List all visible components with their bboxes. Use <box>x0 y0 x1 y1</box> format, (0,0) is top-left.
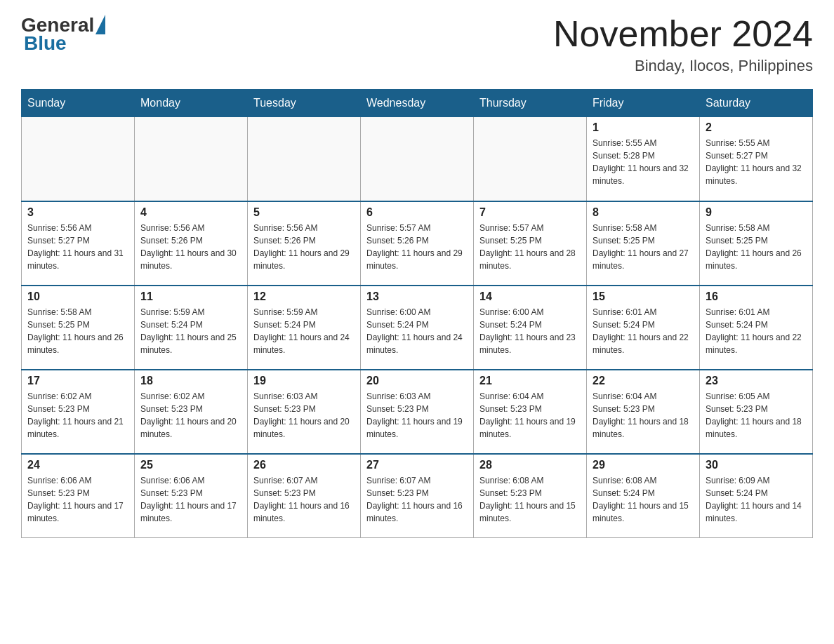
table-row: 28Sunrise: 6:08 AMSunset: 5:23 PMDayligh… <box>474 454 587 538</box>
day-info: Sunrise: 5:59 AMSunset: 5:24 PMDaylight:… <box>140 306 241 356</box>
day-info: Sunrise: 5:58 AMSunset: 5:25 PMDaylight:… <box>27 306 128 356</box>
day-number: 21 <box>479 375 581 387</box>
day-number: 10 <box>27 290 128 303</box>
table-row: 26Sunrise: 6:07 AMSunset: 5:23 PMDayligh… <box>248 454 361 538</box>
day-info: Sunrise: 5:58 AMSunset: 5:25 PMDaylight:… <box>593 222 694 272</box>
col-saturday: Saturday <box>700 90 813 117</box>
table-row <box>248 117 361 201</box>
day-info: Sunrise: 6:08 AMSunset: 5:23 PMDaylight:… <box>479 474 581 525</box>
calendar-header-row: Sunday Monday Tuesday Wednesday Thursday… <box>22 90 813 117</box>
calendar-week-row: 3Sunrise: 5:56 AMSunset: 5:27 PMDaylight… <box>22 201 813 286</box>
table-row: 7Sunrise: 5:57 AMSunset: 5:25 PMDaylight… <box>474 201 587 286</box>
day-number: 26 <box>253 459 355 471</box>
day-info: Sunrise: 6:01 AMSunset: 5:24 PMDaylight:… <box>593 306 694 356</box>
day-info: Sunrise: 5:58 AMSunset: 5:25 PMDaylight:… <box>706 222 807 272</box>
day-info: Sunrise: 6:00 AMSunset: 5:24 PMDaylight:… <box>479 306 581 356</box>
day-number: 18 <box>140 375 241 387</box>
table-row: 27Sunrise: 6:07 AMSunset: 5:23 PMDayligh… <box>361 454 474 538</box>
table-row: 1Sunrise: 5:55 AMSunset: 5:28 PMDaylight… <box>587 117 700 201</box>
day-number: 16 <box>706 290 807 303</box>
calendar-title: November 2024 <box>553 14 813 54</box>
table-row: 11Sunrise: 5:59 AMSunset: 5:24 PMDayligh… <box>135 286 248 370</box>
day-info: Sunrise: 5:56 AMSunset: 5:26 PMDaylight:… <box>253 222 355 272</box>
day-info: Sunrise: 6:04 AMSunset: 5:23 PMDaylight:… <box>593 390 694 441</box>
day-number: 27 <box>366 459 468 471</box>
day-number: 30 <box>706 459 807 471</box>
day-info: Sunrise: 6:08 AMSunset: 5:24 PMDaylight:… <box>593 474 694 525</box>
calendar-week-row: 10Sunrise: 5:58 AMSunset: 5:25 PMDayligh… <box>22 286 813 370</box>
table-row: 17Sunrise: 6:02 AMSunset: 5:23 PMDayligh… <box>22 370 135 454</box>
table-row: 16Sunrise: 6:01 AMSunset: 5:24 PMDayligh… <box>700 286 813 370</box>
logo: General Blue <box>21 14 105 55</box>
day-number: 12 <box>253 290 355 303</box>
table-row: 15Sunrise: 6:01 AMSunset: 5:24 PMDayligh… <box>587 286 700 370</box>
day-number: 9 <box>706 206 807 219</box>
table-row: 30Sunrise: 6:09 AMSunset: 5:24 PMDayligh… <box>700 454 813 538</box>
day-number: 7 <box>479 206 581 219</box>
table-row: 22Sunrise: 6:04 AMSunset: 5:23 PMDayligh… <box>587 370 700 454</box>
calendar-table: Sunday Monday Tuesday Wednesday Thursday… <box>21 89 813 538</box>
table-row: 13Sunrise: 6:00 AMSunset: 5:24 PMDayligh… <box>361 286 474 370</box>
table-row: 14Sunrise: 6:00 AMSunset: 5:24 PMDayligh… <box>474 286 587 370</box>
col-monday: Monday <box>135 90 248 117</box>
day-number: 17 <box>27 375 128 387</box>
col-friday: Friday <box>587 90 700 117</box>
table-row: 25Sunrise: 6:06 AMSunset: 5:23 PMDayligh… <box>135 454 248 538</box>
day-info: Sunrise: 6:06 AMSunset: 5:23 PMDaylight:… <box>140 474 241 525</box>
title-section: November 2024 Binday, Ilocos, Philippine… <box>553 14 813 75</box>
day-info: Sunrise: 6:09 AMSunset: 5:24 PMDaylight:… <box>706 474 807 525</box>
day-info: Sunrise: 5:56 AMSunset: 5:26 PMDaylight:… <box>140 222 241 272</box>
day-info: Sunrise: 5:55 AMSunset: 5:27 PMDaylight:… <box>706 137 807 187</box>
day-info: Sunrise: 5:57 AMSunset: 5:26 PMDaylight:… <box>366 222 468 272</box>
day-info: Sunrise: 6:02 AMSunset: 5:23 PMDaylight:… <box>140 390 241 441</box>
day-info: Sunrise: 5:56 AMSunset: 5:27 PMDaylight:… <box>27 222 128 272</box>
table-row: 3Sunrise: 5:56 AMSunset: 5:27 PMDaylight… <box>22 201 135 286</box>
day-number: 14 <box>479 290 581 303</box>
day-info: Sunrise: 6:02 AMSunset: 5:23 PMDaylight:… <box>27 390 128 441</box>
table-row: 29Sunrise: 6:08 AMSunset: 5:24 PMDayligh… <box>587 454 700 538</box>
col-wednesday: Wednesday <box>361 90 474 117</box>
table-row: 20Sunrise: 6:03 AMSunset: 5:23 PMDayligh… <box>361 370 474 454</box>
table-row <box>361 117 474 201</box>
day-number: 19 <box>253 375 355 387</box>
calendar-subtitle: Binday, Ilocos, Philippines <box>553 57 813 75</box>
calendar-week-row: 1Sunrise: 5:55 AMSunset: 5:28 PMDaylight… <box>22 117 813 201</box>
table-row <box>22 117 135 201</box>
table-row: 5Sunrise: 5:56 AMSunset: 5:26 PMDaylight… <box>248 201 361 286</box>
day-number: 25 <box>140 459 241 471</box>
day-info: Sunrise: 6:03 AMSunset: 5:23 PMDaylight:… <box>366 390 468 441</box>
day-info: Sunrise: 6:04 AMSunset: 5:23 PMDaylight:… <box>479 390 581 441</box>
day-number: 5 <box>253 206 355 219</box>
day-number: 20 <box>366 375 468 387</box>
day-info: Sunrise: 6:05 AMSunset: 5:23 PMDaylight:… <box>706 390 807 441</box>
table-row: 19Sunrise: 6:03 AMSunset: 5:23 PMDayligh… <box>248 370 361 454</box>
day-number: 23 <box>706 375 807 387</box>
day-info: Sunrise: 6:00 AMSunset: 5:24 PMDaylight:… <box>366 306 468 356</box>
table-row: 18Sunrise: 6:02 AMSunset: 5:23 PMDayligh… <box>135 370 248 454</box>
day-number: 1 <box>593 121 694 134</box>
day-number: 11 <box>140 290 241 303</box>
day-info: Sunrise: 6:07 AMSunset: 5:23 PMDaylight:… <box>366 474 468 525</box>
day-number: 15 <box>593 290 694 303</box>
day-info: Sunrise: 6:06 AMSunset: 5:23 PMDaylight:… <box>27 474 128 525</box>
day-number: 2 <box>706 121 807 134</box>
day-number: 8 <box>593 206 694 219</box>
day-number: 4 <box>140 206 241 219</box>
day-info: Sunrise: 6:03 AMSunset: 5:23 PMDaylight:… <box>253 390 355 441</box>
col-tuesday: Tuesday <box>248 90 361 117</box>
logo-triangle-icon <box>95 15 105 34</box>
day-number: 22 <box>593 375 694 387</box>
table-row <box>135 117 248 201</box>
day-info: Sunrise: 5:57 AMSunset: 5:25 PMDaylight:… <box>479 222 581 272</box>
col-thursday: Thursday <box>474 90 587 117</box>
day-info: Sunrise: 6:07 AMSunset: 5:23 PMDaylight:… <box>253 474 355 525</box>
table-row: 4Sunrise: 5:56 AMSunset: 5:26 PMDaylight… <box>135 201 248 286</box>
day-info: Sunrise: 6:01 AMSunset: 5:24 PMDaylight:… <box>706 306 807 356</box>
table-row: 2Sunrise: 5:55 AMSunset: 5:27 PMDaylight… <box>700 117 813 201</box>
day-number: 13 <box>366 290 468 303</box>
calendar-week-row: 17Sunrise: 6:02 AMSunset: 5:23 PMDayligh… <box>22 370 813 454</box>
table-row: 23Sunrise: 6:05 AMSunset: 5:23 PMDayligh… <box>700 370 813 454</box>
day-info: Sunrise: 5:59 AMSunset: 5:24 PMDaylight:… <box>253 306 355 356</box>
col-sunday: Sunday <box>22 90 135 117</box>
day-number: 24 <box>27 459 128 471</box>
